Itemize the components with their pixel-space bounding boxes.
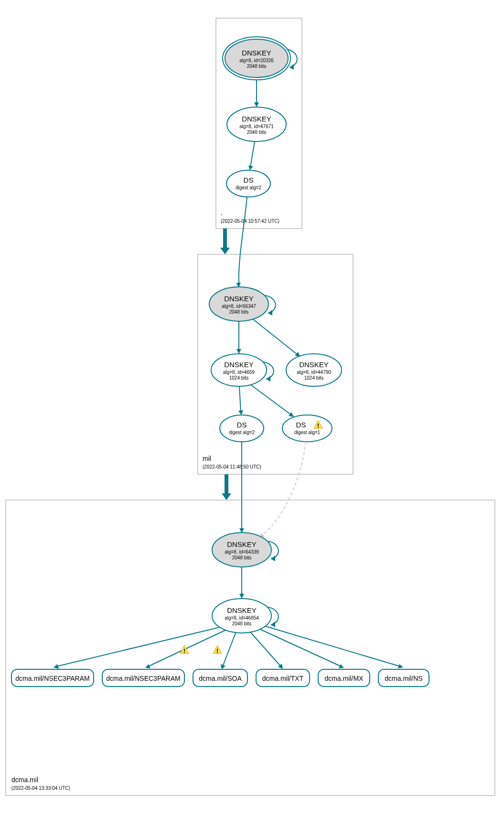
svg-text:dcma.mil/SOA: dcma.mil/SOA	[199, 675, 242, 682]
svg-text:DNSKEY: DNSKEY	[224, 294, 254, 303]
svg-marker-21	[268, 310, 272, 316]
edge-milzsk1-ds2	[251, 385, 291, 415]
svg-text:dcma.mil/NSEC3PARAM: dcma.mil/NSEC3PARAM	[15, 675, 89, 682]
edge-rootds-milksk	[239, 197, 247, 284]
svg-text:dcma.mil/NS: dcma.mil/NS	[385, 675, 422, 682]
svg-text:2048 bits: 2048 bits	[247, 130, 267, 135]
svg-text:2048 bits: 2048 bits	[232, 621, 252, 626]
node-dcma-zsk: DNSKEY alg=8, id=46854 2048 bits	[212, 599, 271, 633]
edge-zsk-r5	[260, 629, 341, 666]
svg-text:2048 bits: 2048 bits	[229, 309, 249, 315]
svg-marker-42	[289, 412, 294, 417]
svg-marker-10	[254, 102, 259, 107]
record-r4: dcma.mil/TXT	[256, 669, 310, 687]
svg-marker-15	[220, 248, 230, 254]
svg-text:alg=8, id=46854: alg=8, id=46854	[225, 615, 259, 621]
svg-marker-14	[248, 165, 253, 170]
svg-marker-26	[236, 349, 241, 354]
record-r6: dcma.mil/NS	[378, 669, 429, 687]
svg-text:alg=8, id=44790: alg=8, id=44790	[297, 370, 331, 375]
zone-root-timestamp: (2022-05-04 10:57:42 UTC)	[221, 218, 279, 224]
svg-text:dcma.mil/MX: dcma.mil/MX	[325, 675, 364, 682]
record-r5: dcma.mil/MX	[318, 669, 370, 687]
record-r2: dcma.mil/NSEC3PARAM	[102, 669, 184, 687]
svg-text:!: !	[317, 423, 319, 429]
node-mil-zsk1: DNSKEY alg=8, id=4659 1024 bits	[211, 354, 267, 386]
record-r3: dcma.mil/SOA	[193, 669, 247, 687]
edge-zsk-r3	[223, 632, 236, 666]
svg-text:DS: DS	[237, 421, 247, 429]
svg-text:DNSKEY: DNSKEY	[227, 606, 257, 614]
svg-text:digest alg=2: digest alg=2	[236, 185, 262, 190]
edge-milds2-dcmaksk-dash	[262, 442, 306, 535]
svg-text:2048 bits: 2048 bits	[247, 64, 267, 69]
svg-text:DNSKEY: DNSKEY	[227, 540, 257, 548]
svg-text:DS: DS	[244, 176, 254, 184]
svg-text:digest alg=1: digest alg=1	[294, 430, 321, 435]
warn-icon-r2: !	[180, 645, 189, 654]
svg-marker-55	[239, 594, 244, 599]
edge-root-zsk-ds	[250, 142, 255, 167]
edge-milksk-zsk2	[253, 319, 298, 355]
zone-dcma-timestamp: (2022-05-04 13:33:04 UTC)	[11, 785, 70, 791]
svg-marker-5	[290, 64, 294, 70]
svg-text:alg=8, id=4659: alg=8, id=4659	[223, 370, 255, 375]
svg-marker-50	[271, 556, 275, 561]
svg-text:alg=8, id=47671: alg=8, id=47671	[239, 124, 274, 129]
svg-marker-27	[266, 376, 270, 382]
svg-text:DS: DS	[296, 421, 306, 429]
svg-text:dcma.mil/TXT: dcma.mil/TXT	[262, 675, 304, 682]
svg-text:2048 bits: 2048 bits	[232, 555, 252, 560]
zone-mil-timestamp: (2022-05-04 11:48:50 UTC)	[203, 464, 261, 469]
warn-icon-r3: !	[213, 645, 222, 654]
svg-text:alg=8, id=56347: alg=8, id=56347	[222, 304, 256, 309]
record-r1: dcma.mil/NSEC3PARAM	[11, 669, 94, 687]
svg-text:alg=8, id=20326: alg=8, id=20326	[239, 58, 274, 63]
zone-root-name: .	[221, 209, 223, 217]
svg-text:DNSKEY: DNSKEY	[242, 49, 271, 57]
svg-text:digest alg=2: digest alg=2	[229, 430, 255, 435]
node-root-ksk: DNSKEY alg=8, id=20326 2048 bits	[223, 37, 290, 80]
edge-zsk-r1	[56, 627, 220, 666]
svg-marker-56	[271, 622, 275, 627]
svg-text:!: !	[183, 648, 185, 654]
zone-dcma-name: dcma.mil	[11, 776, 38, 784]
svg-text:!: !	[216, 648, 218, 654]
node-mil-zsk2: DNSKEY alg=8, id=44790 1024 bits	[286, 354, 342, 386]
node-mil-ds2: DS digest alg=1	[282, 415, 332, 442]
node-mil-ds1: DS digest alg=2	[220, 415, 264, 442]
svg-text:1024 bits: 1024 bits	[229, 375, 249, 381]
svg-marker-43	[222, 493, 231, 500]
svg-text:DNSKEY: DNSKEY	[224, 360, 254, 369]
dnssec-diagram: . (2022-05-04 10:57:42 UTC) DNSKEY alg=8…	[0, 0, 504, 818]
svg-point-37	[282, 415, 332, 442]
svg-text:DNSKEY: DNSKEY	[242, 115, 271, 123]
svg-marker-69	[54, 664, 59, 669]
edge-milzsk1-ds1	[239, 386, 241, 412]
svg-text:alg=8, id=64339: alg=8, id=64339	[225, 549, 259, 555]
svg-text:DNSKEY: DNSKEY	[299, 360, 329, 369]
svg-marker-36	[238, 410, 243, 415]
svg-text:1024 bits: 1024 bits	[304, 375, 324, 381]
node-root-zsk: DNSKEY alg=8, id=47671 2048 bits	[227, 107, 286, 142]
node-dcma-ksk: DNSKEY alg=8, id=64339 2048 bits	[212, 533, 271, 567]
edge-zsk-r6	[266, 626, 400, 666]
node-root-ds: DS digest alg=2	[226, 170, 270, 197]
svg-text:dcma.mil/NSEC3PARAM: dcma.mil/NSEC3PARAM	[106, 675, 180, 682]
node-mil-ksk: DNSKEY alg=8, id=56347 2048 bits	[209, 287, 268, 321]
svg-marker-78	[398, 664, 403, 668]
zone-mil-name: mil	[203, 455, 211, 462]
